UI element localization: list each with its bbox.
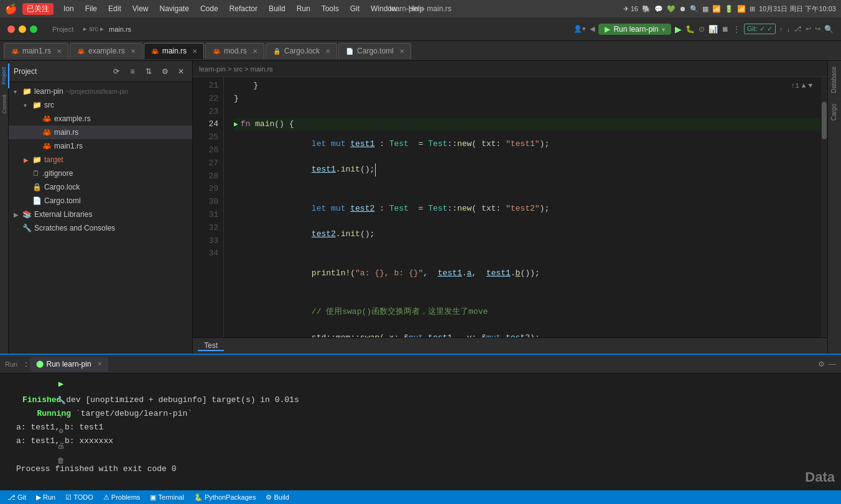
tab-close-icon6[interactable]: ✕ xyxy=(399,48,404,55)
console-play-icon[interactable]: ▶ xyxy=(58,377,63,392)
undo-icon[interactable]: ↩ xyxy=(806,25,811,33)
git-log-icon[interactable]: ⎇ xyxy=(794,25,802,33)
menu-git[interactable]: Git xyxy=(345,3,365,14)
lock-file-icon: 🔒 xyxy=(272,47,281,55)
status-git[interactable]: ⎇ Git xyxy=(5,493,29,502)
close-button[interactable] xyxy=(7,25,15,33)
debug-icon[interactable]: 🐛 xyxy=(685,25,695,34)
minimize-button[interactable] xyxy=(19,25,26,33)
collapse-icon[interactable]: ≡ xyxy=(126,65,139,78)
run-tab-close[interactable]: ✕ xyxy=(97,360,102,367)
menu-ion[interactable]: Ion xyxy=(58,3,79,14)
tree-gitignore[interactable]: 🗒 .gitignore xyxy=(9,167,192,180)
run-play-icon[interactable]: ▶ xyxy=(675,24,682,34)
menu-build[interactable]: Build xyxy=(264,3,290,14)
more-icon[interactable]: ⋮ xyxy=(733,25,740,34)
coverage-icon[interactable]: ⊙ xyxy=(699,25,705,34)
test-tab[interactable]: Test xyxy=(198,341,224,351)
git-pull-icon[interactable]: ↓ xyxy=(787,25,791,33)
main-content: Project Commit Project ⟳ ≡ ⇅ ⚙ ✕ xyxy=(0,61,841,354)
tree-gitignore-label: .gitignore xyxy=(42,169,73,178)
tab-close-icon3[interactable]: ✕ xyxy=(192,48,197,55)
ln-down-btn[interactable]: ▼ xyxy=(808,81,812,92)
traffic-lights xyxy=(7,25,37,33)
redo-icon[interactable]: ↪ xyxy=(815,25,820,33)
tree-cargotoml-label: Cargo.toml xyxy=(44,196,81,205)
status-problems[interactable]: ⚠ Problems xyxy=(101,493,142,502)
search-icon2[interactable]: 🔍 xyxy=(824,25,834,34)
tree-main-rs[interactable]: 🦀 main.rs xyxy=(9,126,192,139)
menu-file[interactable]: File xyxy=(80,3,102,14)
status-todo[interactable]: ☑ TODO xyxy=(63,493,96,502)
tree-cargolock[interactable]: 🔒 Cargo.lock xyxy=(9,180,192,194)
tree-main1-rs[interactable]: 🦀 main1.rs xyxy=(9,139,192,153)
stop-icon[interactable]: ⏹ xyxy=(722,25,729,34)
rs-file-icon2: 🦀 xyxy=(77,47,85,55)
tree-example-rs[interactable]: 🦀 example.rs xyxy=(9,112,192,126)
close-sidebar-icon[interactable]: ✕ xyxy=(175,65,187,78)
status-python[interactable]: 🐍 PythonPackages xyxy=(192,493,259,502)
menu-code[interactable]: Code xyxy=(195,3,223,14)
menu-navigate[interactable]: Navigate xyxy=(155,3,194,14)
tree-ext-libs[interactable]: ▶ 📚 External Libraries xyxy=(9,208,192,221)
vertical-scrollbar[interactable] xyxy=(821,77,827,337)
status-terminal[interactable]: ▣ Terminal xyxy=(147,493,187,502)
tab-close-icon[interactable]: ✕ xyxy=(57,48,62,55)
tree-target[interactable]: ▶ 📁 target xyxy=(9,153,192,167)
tab-close-icon5[interactable]: ✕ xyxy=(325,48,330,55)
console-line-blank xyxy=(16,448,834,462)
tab-main1rs[interactable]: 🦀 main1.rs ✕ xyxy=(4,43,68,59)
console-print-icon[interactable]: 🖨 xyxy=(57,440,65,452)
run-learn-pin-tab[interactable]: ⬤ Run learn-pin ✕ xyxy=(30,357,108,372)
tab-examplers[interactable]: 🦀 example.rs ✕ xyxy=(70,43,142,59)
code-content[interactable]: } } ▶ fn main() { xyxy=(224,77,827,337)
rs-file-icon4: 🦀 xyxy=(212,47,221,55)
profile-icon[interactable]: 📊 xyxy=(709,25,718,34)
database-panel[interactable]: Database xyxy=(828,61,841,98)
file-tree: ▾ 📁 learn-pin ~/project/rust/learn-pin ▾… xyxy=(9,82,192,354)
tab-label: main1.rs xyxy=(22,47,51,55)
console-trash-icon[interactable]: 🗑 xyxy=(57,455,65,467)
console-wrench-icon[interactable]: 🔧 xyxy=(57,395,66,407)
tree-cargotoml[interactable]: 📄 Cargo.toml xyxy=(9,194,192,208)
menu-refactor[interactable]: Refactor xyxy=(225,3,263,14)
sync-icon[interactable]: ⟳ xyxy=(110,65,123,78)
git-push-icon[interactable]: ↑ xyxy=(779,25,783,33)
menu-tools[interactable]: Tools xyxy=(317,3,344,14)
sidebar: Project Commit Project ⟳ ≡ ⇅ ⚙ ✕ xyxy=(0,61,193,354)
tab-close-icon2[interactable]: ✕ xyxy=(131,48,136,55)
status-run[interactable]: ▶ Run xyxy=(34,493,58,502)
status-build[interactable]: ⚙ Build xyxy=(263,493,291,502)
run-button[interactable]: ▶ Run learn-pin ▾ xyxy=(598,24,671,35)
tab-modrs[interactable]: 🦀 mod.rs ✕ xyxy=(205,43,264,59)
tab-close-icon4[interactable]: ✕ xyxy=(253,48,258,55)
gear-icon[interactable]: ⚙ xyxy=(159,65,171,78)
tab-mainrs[interactable]: 🦀 main.rs ✕ xyxy=(144,43,204,59)
tree-scratches[interactable]: 🔧 Scratches and Consoles xyxy=(9,221,192,235)
code-editor[interactable]: 21 22 23 24 25 26 27 28 29 30 31 32 33 3… xyxy=(193,77,827,337)
right-panels: Database Cargo xyxy=(827,61,841,354)
menu-view[interactable]: View xyxy=(128,3,154,14)
sort-icon[interactable]: ⇅ xyxy=(142,65,155,78)
project-label[interactable]: Project xyxy=(47,25,78,33)
ln-up-btn[interactable]: ▲ xyxy=(802,81,806,92)
run-gutter-icon[interactable]: ▶ xyxy=(234,119,238,131)
minimize-panel-icon[interactable]: — xyxy=(829,360,836,369)
search-icon[interactable]: 🔍 xyxy=(690,5,699,13)
maximize-button[interactable] xyxy=(30,25,37,33)
code-line-23 xyxy=(234,106,827,119)
menu-run[interactable]: Run xyxy=(292,3,315,14)
tree-src[interactable]: ▾ 📁 src xyxy=(9,98,192,112)
console-down-icon[interactable]: ↓ xyxy=(58,410,63,422)
sidebar-tab-project[interactable]: Project xyxy=(0,63,9,88)
menu-edit[interactable]: Edit xyxy=(103,3,126,14)
sidebar-tab-commit[interactable]: Commit xyxy=(0,91,9,117)
scrollbar-thumb[interactable] xyxy=(822,102,827,139)
settings-icon[interactable]: ⚙ xyxy=(818,360,825,369)
console-gear-icon[interactable]: ⚙ xyxy=(58,425,63,438)
cargo-panel[interactable]: Cargo xyxy=(828,98,841,126)
tab-cargotoml[interactable]: 📄 Cargo.toml ✕ xyxy=(338,43,411,59)
tree-root[interactable]: ▾ 📁 learn-pin ~/project/rust/learn-pin xyxy=(9,85,192,98)
editor-area: learn-pin > src > main.rs 21 22 23 24 25… xyxy=(193,61,827,354)
tab-cargolock[interactable]: 🔒 Cargo.lock ✕ xyxy=(266,43,337,59)
